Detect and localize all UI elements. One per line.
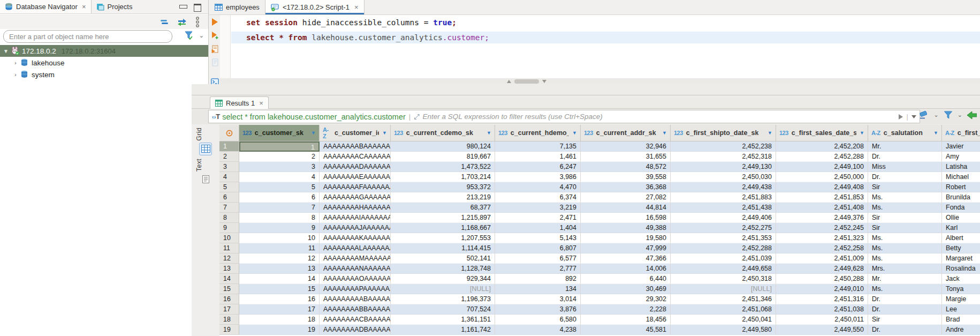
row-number[interactable]: 19 — [219, 325, 239, 335]
grid-cell[interactable]: 3,014 — [495, 294, 581, 304]
grid-cell[interactable]: AAAAAAAABBAAAAAA — [320, 304, 391, 315]
collapse-arrow-icon[interactable]: › — [12, 72, 19, 78]
grid-cell[interactable]: 10 — [239, 233, 320, 243]
grid-cell[interactable]: AAAAAAAAOAAAAAAA — [320, 274, 391, 284]
grid-cell[interactable]: Andre — [942, 325, 980, 335]
grid-cell[interactable]: 6 — [239, 192, 320, 203]
grid-cell[interactable]: Sir — [868, 315, 942, 325]
grid-cell[interactable]: Miss — [868, 162, 942, 172]
column-header-c_current_cdemo_sk[interactable]: 123c_current_cdemo_sk▼ — [391, 125, 495, 141]
grid-cell[interactable]: AAAAAAAAIAAAAAAA — [320, 213, 391, 223]
grid-cell[interactable]: 502,141 — [391, 253, 495, 264]
collapse-arrow-icon[interactable]: › — [12, 60, 19, 66]
row-number[interactable]: 16 — [219, 294, 239, 304]
grid-cell[interactable]: 39,558 — [581, 172, 671, 182]
grid-cell[interactable]: 3,986 — [495, 172, 581, 182]
grid-cell[interactable]: 1,703,214 — [391, 172, 495, 182]
presentation-tab-text[interactable]: Text — [192, 159, 219, 186]
row-number[interactable]: 1 — [219, 141, 239, 152]
grid-cell[interactable]: Tonya — [942, 284, 980, 294]
column-header-c_customer_id[interactable]: A-Zc_customer_id▼ — [320, 125, 391, 141]
grid-cell[interactable]: 2,450,288 — [776, 274, 868, 284]
grid-cell[interactable]: 45,581 — [581, 325, 671, 335]
grid-cell[interactable]: 14 — [239, 274, 320, 284]
grid-cell[interactable]: Sir — [868, 223, 942, 233]
grid-cell[interactable]: Ms. — [868, 284, 942, 294]
grid-cell[interactable]: 2,452,275 — [671, 223, 776, 233]
grid-cell[interactable]: 18 — [239, 315, 320, 325]
grid-cell[interactable]: 36,368 — [581, 182, 671, 192]
grid-cell[interactable]: AAAAAAAAFAAAAAAA — [320, 182, 391, 192]
object-filter-input[interactable] — [3, 30, 172, 43]
grid-cell[interactable]: 2,452,318 — [671, 152, 776, 162]
grid-cell[interactable]: 1,361,151 — [391, 315, 495, 325]
grid-cell[interactable]: 2,451,323 — [776, 233, 868, 243]
row-number[interactable]: 17 — [219, 304, 239, 315]
grid-cell[interactable]: 15 — [239, 284, 320, 294]
grid-cell[interactable]: 29,302 — [581, 294, 671, 304]
maximize-icon[interactable] — [194, 4, 201, 10]
row-number[interactable]: 12 — [219, 253, 239, 264]
column-header-c_first_sales_date_sk[interactable]: 123c_first_sales_date_sk▼ — [776, 125, 868, 141]
row-number[interactable]: 13 — [219, 264, 239, 274]
grid-cell[interactable]: 3,876 — [495, 304, 581, 315]
grid-cell[interactable]: 1 — [239, 141, 320, 152]
grid-cell[interactable]: 16,598 — [581, 213, 671, 223]
grid-cell[interactable]: 2,450,011 — [776, 315, 868, 325]
grid-cell[interactable]: Dr. — [868, 325, 942, 335]
grid-cell[interactable]: 13 — [239, 264, 320, 274]
grid-cell[interactable]: AAAAAAAANAAAAAAA — [320, 264, 391, 274]
grid-cell[interactable]: 18,456 — [581, 315, 671, 325]
grid-cell[interactable]: 30,469 — [581, 284, 671, 294]
column-filter-dropdown-icon[interactable]: ▼ — [308, 130, 316, 136]
column-header-c_salutation[interactable]: A-Zc_salutation▼ — [868, 125, 942, 141]
grid-cell[interactable]: 2,449,010 — [776, 284, 868, 294]
row-number[interactable]: 18 — [219, 315, 239, 325]
filters-funnel-icon[interactable] — [944, 110, 953, 120]
grid-cell[interactable]: 2,452,288 — [671, 243, 776, 253]
tab-employees[interactable]: employees — [209, 0, 265, 14]
grid-cell[interactable]: 2,450,318 — [671, 274, 776, 284]
grid-cell[interactable]: AAAAAAAAHAAAAAAA — [320, 203, 391, 213]
grid-cell[interactable]: Dr. — [868, 172, 942, 182]
grid-cell[interactable]: 2,452,245 — [776, 223, 868, 233]
column-header-c_customer_sk[interactable]: 123c_customer_sk▼ — [239, 125, 320, 141]
grid-cell[interactable]: 11 — [239, 243, 320, 253]
scrollbar-thumb[interactable] — [514, 79, 539, 84]
grid-cell[interactable]: 2,451,316 — [776, 294, 868, 304]
grid-cell[interactable]: Ms. — [868, 253, 942, 264]
grid-cell[interactable]: AAAAAAAAGAAAAAAA — [320, 192, 391, 203]
row-number[interactable]: 5 — [219, 182, 239, 192]
grid-cell[interactable]: Sir — [868, 182, 942, 192]
grid-cell[interactable]: AAAAAAAACAAAAAAA — [320, 152, 391, 162]
collapse-all-icon[interactable] — [160, 19, 169, 25]
minimize-icon[interactable] — [179, 4, 186, 10]
grid-cell[interactable]: 7 — [239, 203, 320, 213]
grid-cell[interactable]: 1,168,667 — [391, 223, 495, 233]
grid-cell[interactable]: AAAAAAAADBAAAAAA — [320, 325, 391, 335]
grid-cell[interactable]: 17 — [239, 304, 320, 315]
grid-cell[interactable]: 2,452,258 — [776, 243, 868, 253]
grid-cell[interactable]: 2,449,550 — [776, 325, 868, 335]
grid-cell[interactable]: 2,228 — [581, 304, 671, 315]
grid-cell[interactable]: 1,128,748 — [391, 264, 495, 274]
grid-cell[interactable]: 2,449,438 — [671, 182, 776, 192]
grid-cell[interactable]: 3 — [239, 162, 320, 172]
grid-cell[interactable]: 2,471 — [495, 213, 581, 223]
grid-cell[interactable]: 2,449,628 — [776, 264, 868, 274]
grid-cell[interactable]: Ms. — [868, 192, 942, 203]
grid-cell[interactable]: 5,143 — [495, 233, 581, 243]
execute-new-tab-icon[interactable] — [211, 31, 219, 40]
grid-cell[interactable]: 1,473,522 — [391, 162, 495, 172]
expand-filter-icon[interactable]: ⤢ — [414, 113, 419, 121]
grid-cell[interactable]: 8 — [239, 213, 320, 223]
grid-cell[interactable]: Albert — [942, 233, 980, 243]
grid-cell[interactable]: 12 — [239, 253, 320, 264]
column-header-c_first_name[interactable]: A-Zc_first_name▼ — [942, 125, 980, 141]
tree-item-system[interactable]: › system — [0, 69, 208, 80]
grid-cell[interactable]: 819,667 — [391, 152, 495, 162]
grid-cell[interactable]: 2,449,580 — [671, 325, 776, 335]
tab-results-1[interactable]: Results 1 × — [210, 96, 269, 109]
execute-script-icon[interactable] — [211, 45, 219, 54]
grid-cell[interactable]: 47,999 — [581, 243, 671, 253]
